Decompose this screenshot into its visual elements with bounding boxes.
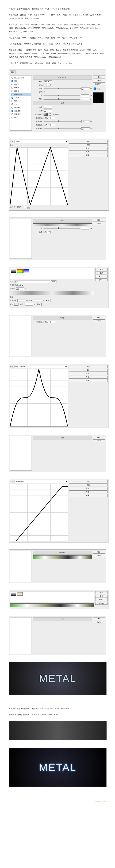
- corner-chk[interactable]: [24, 206, 26, 208]
- ge2-load[interactable]: 载入...: [95, 598, 108, 601]
- is-swatch[interactable]: [51, 321, 55, 323]
- ge-del1[interactable]: 删除: [45, 299, 51, 302]
- cancel6[interactable]: 取消: [93, 621, 105, 624]
- gold-gradient[interactable]: [33, 555, 92, 559]
- ok4[interactable]: 确定: [93, 436, 105, 439]
- fld-method[interactable]: 平滑: [44, 84, 50, 87]
- preset-select[interactable]: Custom: [14, 140, 68, 143]
- ok2[interactable]: 确定: [93, 219, 105, 222]
- fld-hiop-slider[interactable]: [44, 121, 81, 122]
- ge2-ok[interactable]: 确定: [95, 591, 108, 594]
- fld-depth-slider[interactable]: [44, 88, 81, 89]
- fld-size[interactable]: 15: [81, 94, 89, 97]
- fld-himode[interactable]: 滤色: [44, 117, 50, 119]
- c-load[interactable]: 载入...: [69, 147, 108, 150]
- strk-size[interactable]: 1: [81, 227, 89, 230]
- chk-inner[interactable]: [12, 84, 13, 85]
- c-reset[interactable]: 复位: [69, 144, 108, 146]
- ge2-save[interactable]: 存储...: [95, 602, 108, 604]
- chk-outerglow[interactable]: [12, 87, 13, 89]
- c2-reset[interactable]: 复位: [69, 369, 108, 372]
- fld-depth[interactable]: 1000: [82, 88, 90, 90]
- fld-soft[interactable]: 0: [81, 98, 89, 100]
- contour-swatch[interactable]: [44, 113, 48, 116]
- c2-save[interactable]: 存储...: [69, 376, 108, 379]
- cancel2[interactable]: 取消: [93, 222, 105, 225]
- c3-save[interactable]: 存储...: [69, 490, 108, 493]
- chk-satin[interactable]: [12, 103, 13, 105]
- ge-save[interactable]: 存储...: [95, 278, 108, 281]
- ok6[interactable]: 确定: [93, 617, 105, 620]
- chk-bevel[interactable]: [12, 94, 13, 95]
- strk-pos[interactable]: 内部: [44, 231, 50, 233]
- gradient-bar[interactable]: [10, 291, 94, 295]
- fld-alt[interactable]: 35: [44, 110, 52, 112]
- chk-color[interactable]: [12, 107, 13, 108]
- fld-angle[interactable]: 90: [44, 106, 52, 108]
- antialias-chk[interactable]: [49, 113, 51, 116]
- fld-shop[interactable]: 100: [82, 127, 90, 130]
- ge-smooth[interactable]: 100: [16, 287, 24, 290]
- chk-pattern[interactable]: [12, 113, 13, 115]
- c-ok[interactable]: 确定: [69, 140, 108, 143]
- ge-new[interactable]: 新建: [51, 280, 56, 283]
- ge-op[interactable]: [18, 299, 26, 302]
- chk-blend[interactable]: [12, 77, 13, 79]
- c-save[interactable]: 存储...: [69, 150, 108, 153]
- chk-contour[interactable]: [12, 97, 13, 99]
- fld-dir[interactable]: 下: [44, 91, 45, 94]
- cancel3[interactable]: 取消: [93, 319, 105, 322]
- newstyle-button[interactable]: 新建样式...: [93, 83, 105, 85]
- ge2-cancel[interactable]: 取消: [95, 595, 108, 598]
- fld-style[interactable]: 外斜面: [44, 81, 52, 83]
- c2-ok[interactable]: 确定: [69, 365, 108, 368]
- ge-pos2[interactable]: [25, 303, 33, 306]
- ok-button[interactable]: 确定: [93, 75, 105, 79]
- cancel5[interactable]: 取消: [93, 554, 105, 557]
- fld-soft-slider[interactable]: [44, 99, 80, 100]
- c-new[interactable]: 新建...: [69, 154, 108, 157]
- ge-name[interactable]: 自定: [14, 281, 50, 283]
- sh-swatch[interactable]: [51, 124, 55, 126]
- preset-select3[interactable]: Half Platesu: [14, 480, 68, 483]
- is-mode[interactable]: 亮光: [44, 321, 50, 323]
- ge-cancel[interactable]: 取消: [95, 272, 108, 275]
- ge-load[interactable]: 载入...: [95, 275, 108, 278]
- c3-new[interactable]: 新建...: [69, 494, 108, 497]
- ge-type[interactable]: 实底: [18, 284, 24, 286]
- fld-shop-slider[interactable]: [44, 128, 81, 129]
- preset-select2[interactable]: Ring - Double: [14, 365, 68, 368]
- contour-curve3[interactable]: [10, 484, 68, 541]
- fld-hiop[interactable]: 100: [82, 120, 90, 123]
- contour-curve[interactable]: [10, 147, 68, 205]
- ok3[interactable]: 确定: [93, 316, 105, 319]
- chk-texture[interactable]: [12, 100, 13, 102]
- gradient-presets[interactable]: [10, 268, 94, 279]
- chk-stroke[interactable]: [12, 117, 13, 118]
- tab-styles[interactable]: 样式: [10, 70, 16, 74]
- hi-swatch[interactable]: [51, 117, 55, 119]
- c3-reset[interactable]: 复位: [69, 484, 108, 487]
- preview-chk[interactable]: [94, 88, 96, 90]
- chk-drop[interactable]: [12, 80, 13, 82]
- gradient-presets2[interactable]: [10, 591, 94, 602]
- c2-load[interactable]: 载入...: [69, 372, 108, 375]
- c3-load[interactable]: 载入...: [69, 487, 108, 490]
- strk-size-slider[interactable]: [44, 228, 80, 229]
- ok5[interactable]: 确定: [93, 551, 105, 554]
- contour-curve2[interactable]: [10, 369, 68, 427]
- ge-pos1[interactable]: [33, 299, 42, 302]
- chk-innerglow[interactable]: [12, 90, 13, 92]
- cancel4[interactable]: 取消: [93, 439, 105, 442]
- fld-size-slider[interactable]: [44, 95, 80, 96]
- chk-grad[interactable]: [12, 110, 13, 112]
- c3-ok[interactable]: 确定: [69, 480, 108, 483]
- fld-shmode[interactable]: 正常: [44, 124, 50, 126]
- ge-ok[interactable]: 确定: [95, 268, 108, 271]
- c2-new[interactable]: 新建...: [69, 379, 108, 382]
- gradient-bar2[interactable]: [10, 603, 94, 607]
- ge-col[interactable]: [14, 303, 19, 306]
- cancel-button[interactable]: 取消: [93, 79, 105, 82]
- stroke-gradient[interactable]: [33, 223, 92, 226]
- ge-del2[interactable]: 删除: [36, 303, 42, 306]
